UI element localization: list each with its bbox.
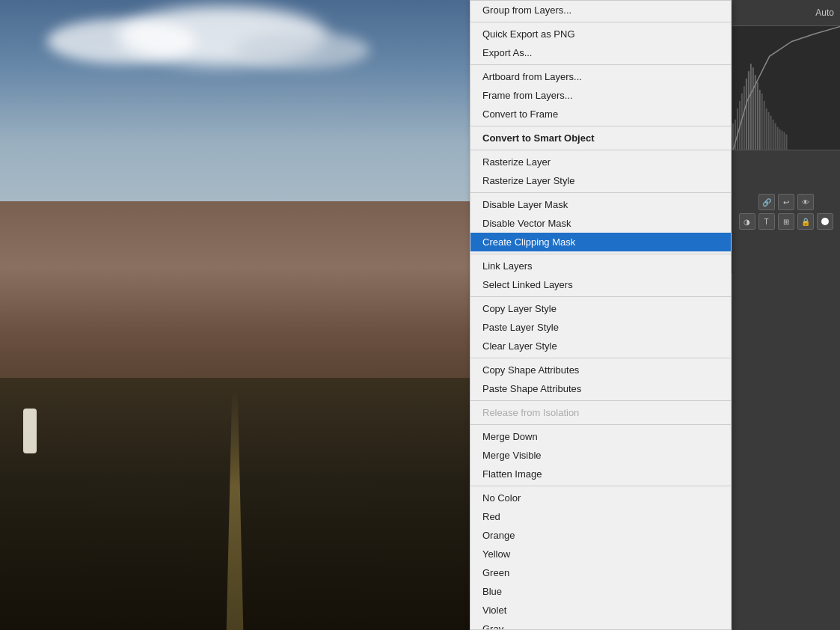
- svg-rect-17: [770, 116, 772, 153]
- menu-item-yellow[interactable]: Yellow: [470, 545, 731, 563]
- mask-icon[interactable]: ◑: [739, 213, 755, 230]
- menu-separator: [470, 358, 731, 358]
- svg-rect-13: [761, 94, 763, 153]
- menu-item-gray[interactable]: Gray: [470, 620, 731, 630]
- menu-item-convert-to-frame[interactable]: Convert to Frame: [470, 105, 731, 123]
- svg-rect-4: [741, 94, 743, 153]
- svg-rect-11: [757, 82, 758, 153]
- svg-rect-16: [768, 112, 770, 153]
- menu-item-convert-to-smart-object[interactable]: Convert to Smart Object: [470, 129, 731, 147]
- menu-separator: [470, 64, 731, 65]
- menu-item-blue[interactable]: Blue: [470, 582, 731, 601]
- menu-item-disable-layer-mask[interactable]: Disable Layer Mask: [470, 195, 731, 214]
- menu-item-frame-from-layers[interactable]: Frame from Layers...: [470, 86, 731, 105]
- menu-item-merge-visible[interactable]: Merge Visible: [470, 446, 731, 465]
- menu-item-no-color[interactable]: No Color: [470, 489, 731, 507]
- context-menu: Group from Layers...Quick Export as PNGE…: [470, 0, 732, 630]
- menu-separator: [470, 150, 731, 150]
- transform-icon[interactable]: ⊞: [778, 213, 794, 230]
- menu-item-red[interactable]: Red: [470, 507, 731, 526]
- link-icon[interactable]: 🔗: [758, 194, 775, 210]
- canvas-area: [0, 0, 470, 630]
- menu-item-link-layers[interactable]: Link Layers: [470, 257, 731, 275]
- eye-icon[interactable]: 👁: [797, 194, 814, 210]
- menu-item-artboard-from-layers[interactable]: Artboard from Layers...: [470, 67, 731, 86]
- menu-separator: [470, 192, 731, 193]
- svg-rect-1: [735, 120, 736, 153]
- text-icon[interactable]: T: [758, 213, 775, 230]
- menu-item-disable-vector-mask[interactable]: Disable Vector Mask: [470, 214, 731, 233]
- panel-top-bar: Auto: [732, 0, 840, 26]
- histogram-svg: [732, 26, 840, 153]
- svg-rect-6: [746, 79, 747, 153]
- undo-icon[interactable]: ↩: [778, 194, 794, 210]
- menu-separator: [470, 400, 731, 401]
- menu-item-merge-down[interactable]: Merge Down: [470, 427, 731, 446]
- menu-separator: [470, 126, 731, 126]
- menu-item-select-linked-layers[interactable]: Select Linked Layers: [470, 275, 731, 294]
- svg-rect-7: [748, 71, 749, 153]
- menu-item-green[interactable]: Green: [470, 563, 731, 582]
- menu-item-export-as[interactable]: Export As...: [470, 43, 731, 62]
- menu-item-rasterize-layer[interactable]: Rasterize Layer: [470, 153, 731, 171]
- menu-item-orange[interactable]: Orange: [470, 526, 731, 545]
- circle-icon[interactable]: [817, 213, 833, 230]
- menu-item-clear-layer-style[interactable]: Clear Layer Style: [470, 337, 731, 355]
- svg-rect-8: [750, 64, 752, 153]
- tools-row-2: ◑ T ⊞ 🔒: [739, 213, 833, 230]
- tools-row-1: 🔗 ↩ 👁: [758, 194, 814, 210]
- menu-separator: [470, 254, 731, 254]
- menu-item-violet[interactable]: Violet: [470, 601, 731, 620]
- svg-rect-5: [744, 86, 745, 153]
- svg-rect-12: [759, 90, 761, 153]
- menu-item-rasterize-layer-style[interactable]: Rasterize Layer Style: [470, 171, 731, 190]
- right-panel: Auto: [732, 0, 840, 630]
- menu-separator: [470, 296, 731, 297]
- svg-rect-2: [737, 108, 738, 153]
- canvas-image: [0, 0, 470, 630]
- lock-icon[interactable]: 🔒: [797, 213, 814, 230]
- figure: [23, 409, 37, 453]
- svg-rect-19: [775, 123, 776, 153]
- menu-separator: [470, 486, 731, 486]
- menu-item-paste-layer-style[interactable]: Paste Layer Style: [470, 318, 731, 337]
- svg-rect-9: [752, 67, 754, 153]
- menu-item-flatten-image[interactable]: Flatten Image: [470, 465, 731, 483]
- menu-item-group-from-layers[interactable]: Group from Layers...: [470, 1, 731, 19]
- menu-item-create-clipping-mask[interactable]: Create Clipping Mask: [470, 233, 731, 251]
- histogram-area: [732, 26, 840, 153]
- svg-rect-15: [766, 108, 767, 153]
- cloud3: [235, 31, 370, 69]
- menu-item-release-from-isolation: Release from Isolation: [470, 403, 731, 422]
- svg-rect-18: [773, 120, 774, 153]
- menu-separator: [470, 22, 731, 22]
- menu-item-copy-layer-style[interactable]: Copy Layer Style: [470, 299, 731, 318]
- menu-item-paste-shape-attributes[interactable]: Paste Shape Attributes: [470, 379, 731, 398]
- menu-separator: [470, 424, 731, 425]
- menu-item-copy-shape-attributes[interactable]: Copy Shape Attributes: [470, 361, 731, 379]
- menu-item-quick-export[interactable]: Quick Export as PNG: [470, 25, 731, 43]
- tools-area: 🔗 ↩ 👁 ◑ T ⊞ 🔒: [732, 150, 840, 273]
- svg-rect-14: [764, 101, 765, 153]
- auto-label: Auto: [815, 7, 834, 18]
